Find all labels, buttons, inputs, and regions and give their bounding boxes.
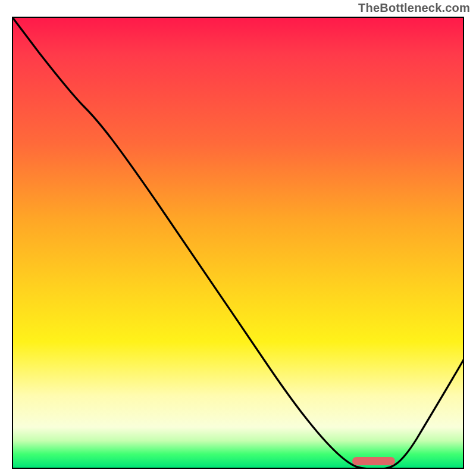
- bottleneck-curve: [12, 17, 464, 469]
- chart-area: [12, 17, 464, 469]
- watermark-text: TheBottleneck.com: [358, 1, 470, 15]
- curve-path: [12, 17, 464, 469]
- optimal-zone-marker: [352, 457, 395, 465]
- chart-container: TheBottleneck.com: [0, 0, 476, 476]
